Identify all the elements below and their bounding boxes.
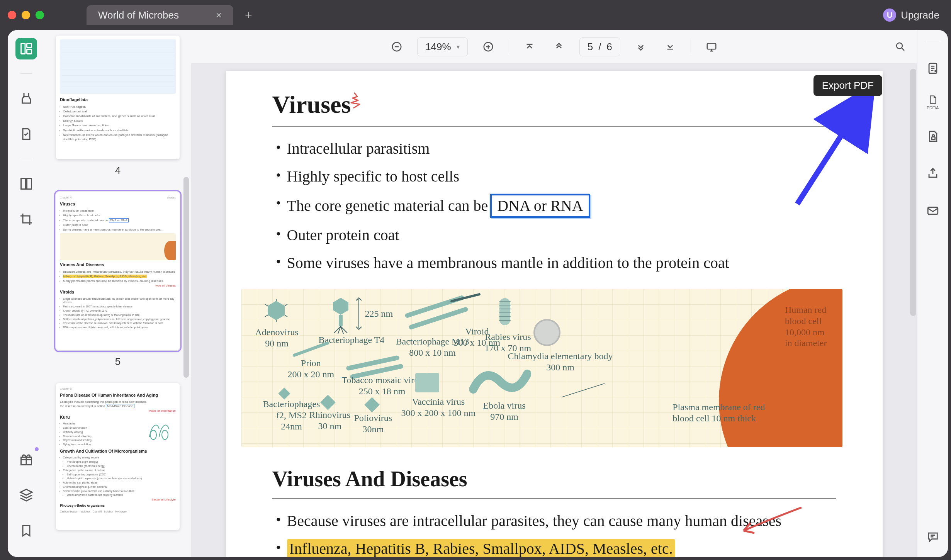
list-item: The core genetic material can be DNA or … <box>276 194 836 218</box>
zoom-value: 149% <box>425 41 451 53</box>
zoom-in-button[interactable] <box>479 38 497 56</box>
share-button[interactable] <box>922 163 944 184</box>
upgrade-label: Upgrade <box>901 9 939 21</box>
svg-rect-1 <box>27 44 31 48</box>
layers-button[interactable] <box>15 484 37 506</box>
sidebar-scrollbar[interactable] <box>183 69 189 557</box>
svg-rect-2 <box>27 49 31 54</box>
page-heading: Viruses <box>272 90 351 119</box>
svg-rect-20 <box>339 315 343 326</box>
left-tool-rail <box>8 30 44 557</box>
crop-tool-button[interactable] <box>15 209 37 230</box>
search-button[interactable] <box>892 38 909 56</box>
export-pdf-tooltip: Export PDF <box>813 75 882 96</box>
bookmark-button[interactable] <box>15 520 37 541</box>
user-avatar: U <box>883 8 896 22</box>
list-item: Outer protein coat <box>276 225 836 246</box>
export-pdf-button[interactable] <box>922 58 944 79</box>
page-thumbnail-4[interactable]: Dinoflagellata Non-true flagella Cellulo… <box>56 36 180 159</box>
rbc-label: Human red blood cell 10,000 nm in diamet… <box>785 304 827 349</box>
last-page-button[interactable] <box>661 38 679 56</box>
thumbnail-sidebar[interactable]: Dinoflagellata Non-true flagella Cellulo… <box>44 30 191 557</box>
chlamydia-icon <box>533 319 560 346</box>
tab-title: World of Microbes <box>98 9 208 21</box>
svg-line-32 <box>562 384 605 397</box>
email-button[interactable] <box>922 200 944 221</box>
svg-line-16 <box>265 304 268 306</box>
close-window-button[interactable] <box>8 11 16 19</box>
svg-line-17 <box>265 315 268 317</box>
app-window: Dinoflagellata Non-true flagella Cellulo… <box>8 30 948 557</box>
list-item: Some viruses have a membranous mantle in… <box>276 253 836 273</box>
zigzag-annotation-icon <box>350 90 370 114</box>
zoom-out-button[interactable] <box>388 38 406 56</box>
prev-page-button[interactable] <box>550 38 568 56</box>
document-scrollbar[interactable] <box>910 63 917 557</box>
window-controls <box>8 11 44 19</box>
document-scroll-area[interactable]: Viruses Intracellular parasitism Highly … <box>191 63 917 557</box>
presentation-mode-button[interactable] <box>703 38 720 56</box>
next-page-button[interactable] <box>632 38 650 56</box>
export-pdfa-button[interactable]: PDF/A <box>922 95 944 110</box>
svg-line-14 <box>285 304 287 306</box>
page-indicator[interactable]: 5 / 6 <box>579 37 620 56</box>
first-page-button[interactable] <box>521 38 538 56</box>
red-arrow-annotation <box>736 504 805 546</box>
thumb-page-number: 5 <box>56 356 180 368</box>
svg-marker-12 <box>268 301 285 320</box>
close-tab-button[interactable]: × <box>216 9 222 21</box>
document-scrollbar-thumb[interactable] <box>910 69 916 316</box>
document-page: Viruses Intracellular parasitism Highly … <box>226 71 883 557</box>
page-separator: / <box>598 41 601 53</box>
list-item: Highly specific to host cells <box>276 166 836 187</box>
svg-rect-36 <box>932 137 935 139</box>
virus-properties-list: Intracellular parasitism Highly specific… <box>272 138 836 273</box>
document-viewport: 149% ▾ 5 / 6 <box>191 30 917 557</box>
lock-document-button[interactable] <box>922 126 944 147</box>
poliovirus-icon <box>364 397 380 412</box>
gift-button[interactable] <box>15 449 37 470</box>
thumbnails-panel-button[interactable] <box>15 38 37 59</box>
section-heading: Viruses And Diseases <box>272 467 467 491</box>
box-annotation: DNA or RNA <box>490 194 590 218</box>
upgrade-button[interactable]: U Upgrade <box>883 8 939 22</box>
adenovirus-icon <box>265 299 288 322</box>
annotate-tool-button[interactable] <box>15 123 37 145</box>
page-thumbnail-6[interactable]: Chapter 5 Prions Disease Of Human Inheri… <box>56 383 180 530</box>
svg-line-15 <box>285 315 287 317</box>
rabies-icon <box>497 294 513 329</box>
minimize-window-button[interactable] <box>22 11 30 19</box>
compare-tool-button[interactable] <box>15 173 37 195</box>
right-tool-rail: PDF/A <box>917 30 948 557</box>
svg-rect-3 <box>21 179 25 189</box>
thumb-page-number: 4 <box>56 165 180 176</box>
new-tab-button[interactable]: + <box>245 8 252 22</box>
bacteriophage-t4-icon <box>327 296 354 334</box>
page-thumbnail-5[interactable]: Chapter 4Viruses Viruses Intracellular p… <box>56 192 180 350</box>
virus-size-diagram: Adenovirus90 nm 225 nm Bacteriophage T4 … <box>241 289 842 447</box>
sidebar-scrollbar-thumb[interactable] <box>183 177 189 378</box>
svg-rect-10 <box>707 43 716 49</box>
document-tab[interactable]: World of Microbes × <box>87 5 233 25</box>
list-item: Intracellular parasitism <box>276 138 836 159</box>
thumb-h1: Viruses <box>60 201 176 207</box>
highlighter-tool-button[interactable] <box>15 88 37 109</box>
total-pages: 6 <box>606 41 612 53</box>
document-toolbar: 149% ▾ 5 / 6 <box>191 30 917 63</box>
svg-rect-0 <box>21 44 25 54</box>
titlebar: World of Microbes × + U Upgrade <box>0 0 951 30</box>
zoom-level-selector[interactable]: 149% ▾ <box>417 37 468 56</box>
svg-point-11 <box>897 43 902 49</box>
dropdown-caret-icon: ▾ <box>457 43 460 51</box>
svg-rect-25 <box>499 298 510 325</box>
comments-button[interactable] <box>922 526 944 548</box>
svg-point-6 <box>150 430 156 440</box>
svg-point-7 <box>162 430 168 440</box>
current-page: 5 <box>588 41 593 53</box>
svg-rect-37 <box>928 207 938 214</box>
highlight-annotation: Influenza, Hepatitis B, Rabies, Smallpox… <box>287 539 675 557</box>
ebola-icon <box>469 362 531 401</box>
rhinovirus-icon <box>320 395 336 410</box>
svg-point-35 <box>935 71 936 72</box>
maximize-window-button[interactable] <box>36 11 44 19</box>
